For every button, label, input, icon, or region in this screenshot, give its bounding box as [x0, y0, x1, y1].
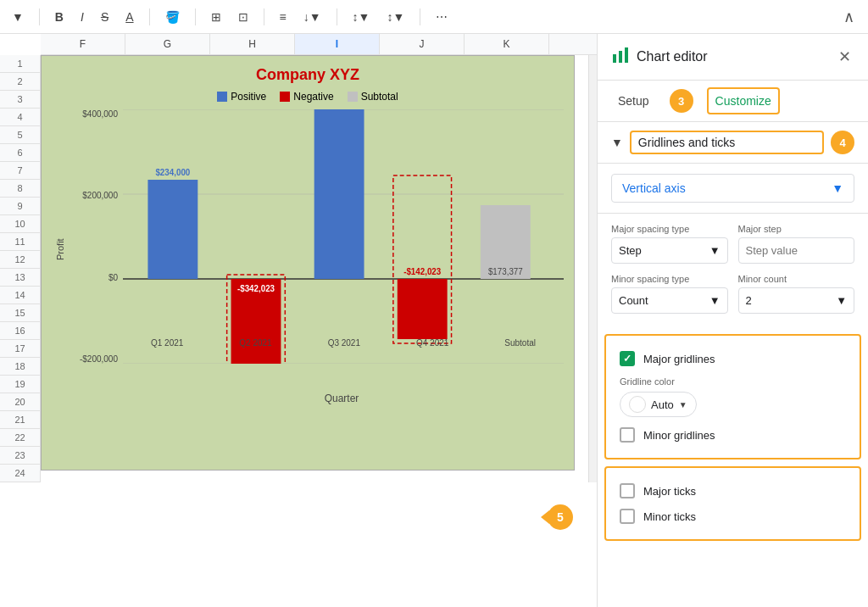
bold-button[interactable]: B — [50, 7, 69, 27]
main-content: F G H I J K 1 2 3 4 5 6 7 8 9 10 11 12 — [0, 34, 868, 607]
minor-gridlines-checkbox[interactable] — [620, 427, 635, 443]
major-gridlines-label: Major gridlines — [643, 353, 715, 365]
major-step-label: Major step — [738, 224, 855, 234]
col-header-g: G — [125, 34, 210, 54]
major-spacing-value: Step — [619, 244, 642, 257]
major-spacing-select[interactable]: Step ▼ — [611, 237, 728, 264]
section-title: Gridlines and ticks — [630, 131, 824, 154]
row-num-24: 24 — [0, 465, 40, 482]
row-area: 1 2 3 4 5 6 7 8 9 10 11 12 13 14 15 16 1… — [0, 55, 597, 482]
x-label-q1: Q1 2021 — [151, 338, 183, 348]
legend-color-subtotal — [348, 92, 358, 102]
minor-count-value: 2 — [746, 294, 752, 307]
major-spacing-type-label: Major spacing type — [611, 224, 728, 234]
toolbar-dropdown-btn[interactable]: ▼ — [7, 7, 29, 27]
y-label-0: $0 — [108, 273, 118, 282]
axis-select[interactable]: Vertical axis ▼ — [611, 174, 854, 203]
major-step-input[interactable] — [738, 237, 855, 264]
row-num-11: 11 — [0, 233, 40, 251]
major-ticks-checkbox[interactable] — [620, 483, 635, 498]
minor-ticks-checkbox[interactable] — [620, 509, 635, 524]
svg-text:$173,377: $173,377 — [488, 267, 523, 276]
svg-rect-11 — [613, 54, 616, 63]
x-label-q2: Q2 2021 — [239, 338, 271, 348]
borders-button[interactable]: ⊞ — [206, 7, 226, 27]
col-header-j: J — [380, 34, 465, 54]
toolbar: ▼ B I S A 🪣 ⊞ ⊡ ≡ ↓▼ ↕▼ ↕▼ ⋯ ∧ — [0, 0, 868, 34]
tab-setup[interactable]: Setup — [611, 89, 656, 113]
minor-count-arrow: ▼ — [836, 294, 847, 307]
y-label-400k: $400,000 — [82, 109, 118, 119]
legend-label-negative: Negative — [293, 91, 333, 103]
minor-ticks-label: Minor ticks — [643, 510, 696, 523]
bar-q4 — [398, 279, 448, 339]
align-down-button[interactable]: ↓▼ — [298, 7, 326, 27]
minor-spacing-value: Count — [619, 294, 648, 307]
wrap-button[interactable]: ↕▼ — [348, 7, 376, 27]
axis-select-label: Vertical axis — [622, 181, 686, 195]
minor-spacing-select[interactable]: Count ▼ — [611, 287, 728, 314]
row-num-3: 3 — [0, 91, 40, 109]
row-num-16: 16 — [0, 322, 40, 340]
legend-label-positive: Positive — [231, 91, 266, 103]
toolbar-divider-1 — [39, 8, 40, 25]
color-picker-button[interactable]: Auto ▼ — [620, 392, 697, 417]
legend-color-positive — [217, 92, 227, 102]
tab-customize[interactable]: Customize — [707, 87, 780, 114]
ticks-section: 6 Major ticks Minor ticks — [604, 466, 861, 541]
callout-badge-5: 5 — [548, 504, 573, 530]
underline-button[interactable]: A — [120, 7, 138, 27]
row-num-14: 14 — [0, 287, 40, 304]
major-step-group: Major step — [738, 224, 855, 264]
legend-item-negative: Negative — [280, 91, 333, 103]
chart-title: Company XYZ — [52, 66, 564, 84]
svg-text:$234,000: $234,000 — [155, 168, 190, 177]
row-num-12: 12 — [0, 251, 40, 269]
align-left-button[interactable]: ≡ — [275, 7, 292, 27]
major-spacing-arrow: ▼ — [709, 244, 721, 257]
fill-color-button[interactable]: 🪣 — [160, 7, 185, 27]
legend-item-positive: Positive — [217, 91, 266, 103]
svg-rect-12 — [619, 51, 622, 63]
close-button[interactable]: ✕ — [835, 44, 854, 70]
chart-svg: $234,000 -$342,023 — [123, 109, 564, 364]
major-spacing-row: Major spacing type Step ▼ Major step — [611, 224, 854, 264]
row-num-1: 1 — [0, 55, 40, 73]
italic-button[interactable]: I — [75, 7, 89, 27]
spacing-section: Major spacing type Step ▼ Major step Min… — [598, 214, 868, 334]
color-circle — [629, 396, 646, 413]
row-num-10: 10 — [0, 215, 40, 233]
checkboxes-section: ✓ Major gridlines Gridline color Auto ▼ … — [604, 334, 861, 459]
x-axis-title: Quarter — [120, 393, 564, 404]
merge-button[interactable]: ⊡ — [233, 7, 253, 27]
rotate-button[interactable]: ↕▼ — [381, 7, 409, 27]
col-header-i: I — [295, 34, 380, 54]
legend-item-subtotal: Subtotal — [348, 91, 398, 103]
strikethrough-button[interactable]: S — [96, 7, 114, 27]
minor-count-label: Minor count — [738, 274, 855, 284]
minor-spacing-row: Minor spacing type Count ▼ Minor count 2… — [611, 274, 854, 314]
col-header-f: F — [41, 34, 125, 54]
more-button[interactable]: ⋯ — [431, 7, 453, 27]
cells-area[interactable]: Company XYZ Positive Negative — [41, 55, 597, 482]
row-num-22: 22 — [0, 429, 40, 447]
bar-q3 — [314, 109, 364, 279]
minor-ticks-row: Minor ticks — [620, 504, 846, 529]
row-numbers: 1 2 3 4 5 6 7 8 9 10 11 12 13 14 15 16 1… — [0, 55, 41, 482]
row-num-7: 7 — [0, 162, 40, 180]
row-num-21: 21 — [0, 411, 40, 429]
minor-count-group: Minor count 2 ▼ — [738, 274, 855, 314]
row-num-15: 15 — [0, 304, 40, 322]
major-gridlines-row: ✓ Major gridlines — [620, 346, 846, 371]
gridlines-section-header[interactable]: ▼ Gridlines and ticks 4 — [598, 122, 868, 164]
editor-tabs: Setup 3 Customize — [598, 81, 868, 122]
collapse-button[interactable]: ∧ — [837, 4, 861, 30]
toolbar-divider-6 — [420, 8, 420, 25]
editor-header: Chart editor ✕ — [598, 34, 868, 81]
vertical-scrollbar[interactable] — [588, 55, 597, 482]
major-gridlines-checkbox[interactable]: ✓ — [620, 351, 635, 366]
x-label-q3: Q3 2021 — [328, 338, 360, 348]
minor-count-select[interactable]: 2 ▼ — [738, 287, 855, 314]
row-num-9: 9 — [0, 198, 40, 215]
minor-spacing-arrow: ▼ — [709, 294, 721, 307]
